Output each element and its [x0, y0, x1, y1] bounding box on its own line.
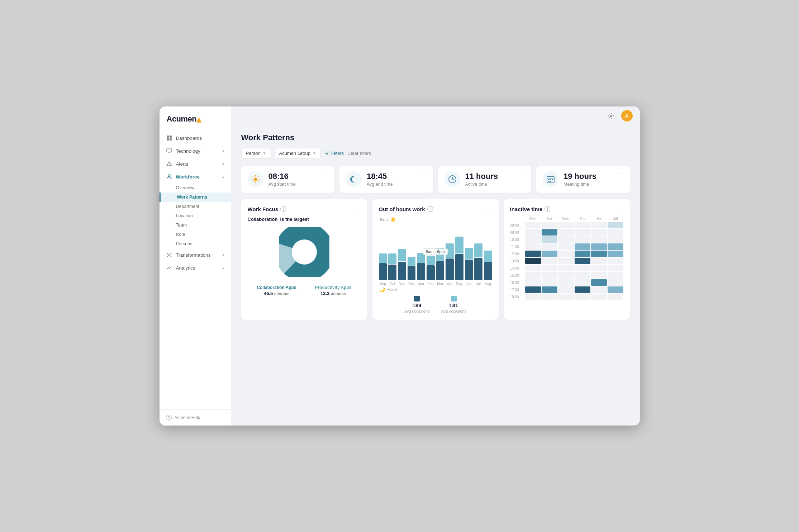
dark-bar [417, 263, 425, 280]
heatmap-time-label: 14:00 [510, 265, 524, 271]
info-icon[interactable]: i [544, 206, 550, 212]
sidebar-sub-department[interactable]: Department [160, 202, 231, 211]
heatmap-cell [575, 265, 590, 271]
heatmap-cell [525, 222, 541, 228]
heatmap-cell [525, 236, 541, 243]
heatmap-cell [558, 251, 574, 257]
avg-start-label: Avg start time [268, 182, 318, 187]
heatmap-cell [575, 229, 590, 236]
svg-line-16 [170, 254, 171, 255]
heatmap-cell [558, 294, 574, 300]
sidebar-sub-team[interactable]: Team [160, 220, 231, 230]
heatmap-row: 14:00 [510, 265, 623, 271]
clear-filters-button[interactable]: Clear filters [347, 151, 371, 156]
dark-bar [465, 260, 473, 280]
x-label: Jan [417, 282, 425, 286]
x-label: Dec [408, 282, 416, 286]
x-label: Nov [398, 282, 406, 286]
svg-point-10 [168, 254, 170, 256]
more-options-icon[interactable]: ··· [356, 206, 361, 212]
sidebar-sub-work-patterns[interactable]: Work Patterns [160, 193, 231, 202]
prod-unit: minutes [331, 291, 346, 296]
more-options-icon[interactable]: ··· [618, 171, 623, 177]
heatmap-cell [542, 251, 557, 257]
heatmap-cell [558, 272, 574, 279]
dark-bar [436, 261, 444, 280]
heatmap-time-label: 16:00 [510, 279, 524, 286]
bar-group [455, 237, 463, 280]
heatmap-time-label: 13:00 [510, 258, 524, 264]
info-icon[interactable]: i [280, 206, 286, 212]
heatmap-time-label: 11:00 [510, 243, 524, 250]
info-icon[interactable]: i [427, 206, 433, 212]
calendar-icon [543, 171, 558, 187]
heatmap-cell [591, 222, 607, 228]
heatmap-cell [575, 243, 590, 250]
heatmap-row: 12:00 [510, 251, 623, 257]
sidebar-item-label: Alerts [176, 161, 189, 167]
bar-group [474, 243, 482, 280]
sidebar-item-transformations[interactable]: Transformations ▾ [160, 248, 231, 261]
stat-card-meeting-time: 19 hours Meeting time ··· [536, 166, 630, 193]
heatmap-cell [591, 265, 607, 271]
sidebar: Acumen▴ Dashboards [160, 106, 231, 426]
dark-bar [408, 266, 416, 280]
heatmap-cell [558, 236, 574, 243]
more-options-icon[interactable]: ··· [487, 206, 492, 212]
light-avg: Avg occasions [441, 309, 467, 313]
stat-cards-row: 08:16 Avg start time ··· 18:45 [241, 166, 630, 193]
grid-icon [166, 135, 172, 141]
help-icon: ? [166, 415, 172, 421]
avg-end-label: Avg end time [367, 182, 417, 187]
prod-value: 13.3 [320, 291, 329, 296]
more-options-icon[interactable]: ··· [323, 171, 328, 177]
sidebar-sub-persons[interactable]: Persons [160, 239, 231, 248]
x-label: May [455, 282, 463, 286]
chevron-icon: ▼ [313, 151, 316, 155]
sidebar-item-workforce[interactable]: Workforce ▴ [160, 170, 231, 183]
sidebar-item-technology[interactable]: Technology ▾ [160, 144, 231, 157]
sidebar-footer[interactable]: ? Acumen Help [160, 409, 231, 426]
more-options-icon[interactable]: ··· [618, 206, 623, 212]
bar-group [408, 257, 416, 280]
settings-button[interactable] [605, 110, 617, 122]
heatmap-row: 15:00 [510, 272, 623, 279]
more-options-icon[interactable]: ··· [520, 171, 525, 177]
heatmap-time-label: 18:00 [510, 294, 524, 300]
filter-bar: Person ▼ Acumen Group ▼ Filters Clear fi… [241, 148, 630, 158]
x-label: Mar [436, 282, 444, 286]
bar-chart-area: -8am ☀️ 8am - 6pm SepOctNovDecJanFebMarA… [379, 217, 492, 313]
person-dropdown[interactable]: Person ▼ [241, 148, 271, 158]
heatmap-cell [608, 229, 623, 236]
logo-accent: ▴ [196, 114, 201, 125]
heatmap-cell [525, 265, 541, 271]
dark-bar [474, 258, 482, 280]
bar-legend: 189 Avg occasions 181 Avg occasions [379, 296, 492, 313]
main-content: A Work Patterns Person ▼ Acumen Group ▼ … [231, 106, 640, 426]
light-bar [446, 243, 454, 258]
stat-card-active-time: 11 hours Active time ··· [438, 166, 532, 193]
sidebar-sub-location[interactable]: Location [160, 211, 231, 220]
heatmap-cell [591, 229, 607, 236]
filters-button[interactable]: Filters [324, 151, 344, 156]
group-dropdown[interactable]: Acumen Group ▼ [275, 148, 321, 158]
heatmap-cell [591, 243, 607, 250]
sidebar-sub-role[interactable]: Role [160, 230, 231, 239]
sidebar-item-alerts[interactable]: Alerts ▾ [160, 157, 231, 170]
legend-productivity: Productivity Apps 13.3 minutes [315, 285, 351, 296]
sidebar-sub-overview[interactable]: Overview [160, 183, 231, 193]
svg-line-26 [257, 181, 258, 182]
work-focus-pie [279, 227, 329, 277]
svg-line-27 [257, 176, 258, 177]
more-options-icon[interactable]: ··· [422, 171, 426, 177]
heatmap-cell [575, 258, 590, 264]
x-label: Jul [474, 282, 482, 286]
sidebar-item-analytics[interactable]: Analytics ▴ [160, 261, 231, 274]
pie-legend: Collaboration Apps 46.5 minutes Producti… [248, 284, 361, 296]
user-avatar[interactable]: A [621, 110, 633, 122]
sidebar-item-dashboards[interactable]: Dashboards [160, 132, 231, 144]
heatmap-cell [542, 279, 557, 286]
heatmap-cell [608, 294, 623, 300]
x-axis-labels: SepOctNovDecJanFebMarAprMayJunJulAug [379, 282, 492, 286]
bar-group [379, 253, 387, 280]
